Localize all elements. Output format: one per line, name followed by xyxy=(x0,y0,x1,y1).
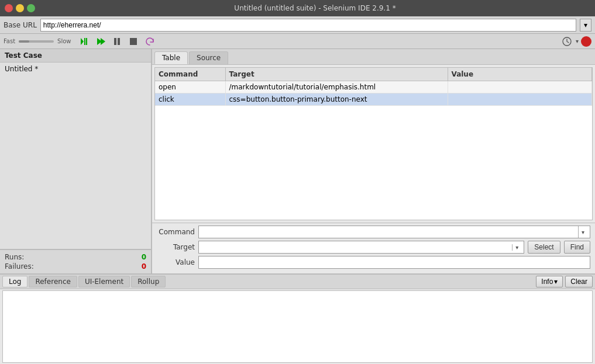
target-input[interactable] xyxy=(201,243,512,251)
bottom-tab-reference[interactable]: Reference xyxy=(29,276,77,287)
main-content: Test Case Untitled * Runs: 0 Failures: 0… xyxy=(0,49,595,273)
runs-row: Runs: 0 xyxy=(5,252,146,262)
failures-label: Failures: xyxy=(5,262,34,271)
test-case-header: Test Case xyxy=(0,49,151,63)
bottom-panel: Log Reference UI-Element Rollup Info ▾ C… xyxy=(0,273,595,364)
stop-button[interactable] xyxy=(126,36,140,47)
baseurl-input[interactable] xyxy=(40,19,576,32)
log-area xyxy=(2,290,593,363)
table-row[interactable]: open/markdowntutorial/tutorial/emphasis.… xyxy=(155,81,592,93)
bottom-tab-rollup[interactable]: Rollup xyxy=(131,276,166,287)
target-dropdown-arrow[interactable]: ▾ xyxy=(512,244,521,251)
command-combo-box[interactable]: ▾ xyxy=(198,226,590,238)
bottom-tab-ui-element[interactable]: UI-Element xyxy=(78,276,130,287)
right-panel: Table Source Command Target Value open/m… xyxy=(152,49,595,273)
baseurl-bar: Base URL ▾ xyxy=(0,16,595,34)
stats-section: Runs: 0 Failures: 0 xyxy=(0,249,151,273)
command-table-wrapper: Command Target Value open/markdowntutori… xyxy=(154,67,593,220)
speed-slider[interactable] xyxy=(19,40,54,43)
rollup-button[interactable] xyxy=(143,36,157,47)
value-input[interactable] xyxy=(198,256,590,269)
command-editor-label: Command xyxy=(157,228,195,236)
runs-label: Runs: xyxy=(5,253,24,261)
baseurl-label: Base URL xyxy=(4,21,37,29)
left-panel: Test Case Untitled * Runs: 0 Failures: 0 xyxy=(0,49,152,273)
command-input[interactable] xyxy=(201,226,578,238)
test-case-list: Untitled * xyxy=(0,63,151,249)
target-editor-label: Target xyxy=(157,243,195,251)
bottom-tab-log[interactable]: Log xyxy=(2,276,27,287)
svg-rect-6 xyxy=(118,38,120,45)
app-body: Base URL ▾ Fast Slow xyxy=(0,16,595,364)
maximize-button[interactable] xyxy=(27,4,35,12)
command-table: Command Target Value open/markdowntutori… xyxy=(155,68,592,106)
cell-target-0[interactable]: /markdowntutorial/tutorial/emphasis.html xyxy=(225,81,448,93)
svg-marker-0 xyxy=(81,38,84,45)
history-dropdown-icon[interactable]: ▾ xyxy=(576,38,579,44)
find-button[interactable]: Find xyxy=(564,241,590,254)
pause-button[interactable] xyxy=(110,36,124,47)
cell-target-1[interactable]: css=button.button-primary.button-next xyxy=(225,93,448,106)
titlebar: Untitled (untitled suite) - Selenium IDE… xyxy=(0,0,595,16)
bottom-tab-bar: Log Reference UI-Element Rollup Info ▾ C… xyxy=(0,275,595,289)
target-row: Target ▾ Select Find xyxy=(157,241,590,254)
svg-rect-7 xyxy=(130,38,137,45)
svg-marker-4 xyxy=(101,38,105,45)
test-case-item[interactable]: Untitled * xyxy=(0,63,151,75)
fast-label: Fast xyxy=(4,38,15,44)
column-header-target: Target xyxy=(225,68,448,81)
value-editor-label: Value xyxy=(157,258,195,266)
cell-command-1[interactable]: click xyxy=(155,93,225,106)
runs-value: 0 xyxy=(142,253,146,261)
dropdown-arrow-icon: ▾ xyxy=(584,21,587,29)
column-header-command: Command xyxy=(155,68,225,81)
table-row[interactable]: clickcss=button.button-primary.button-ne… xyxy=(155,93,592,106)
svg-rect-1 xyxy=(84,38,85,45)
window-title: Untitled (untitled suite) - Selenium IDE… xyxy=(40,4,590,12)
cell-value-0[interactable] xyxy=(448,81,592,93)
toolbar-buttons xyxy=(77,36,157,47)
run-all-button[interactable] xyxy=(77,36,91,47)
svg-rect-5 xyxy=(114,38,116,45)
info-button[interactable]: Info ▾ xyxy=(536,276,563,287)
record-button[interactable] xyxy=(581,36,591,47)
main-tab-bar: Table Source xyxy=(152,49,595,65)
svg-rect-2 xyxy=(86,38,87,45)
column-header-value: Value xyxy=(448,68,592,81)
failures-value: 0 xyxy=(142,262,146,271)
command-combo-arrow[interactable]: ▾ xyxy=(578,226,587,238)
editor-section: Command ▾ Target ▾ Select Find xyxy=(152,223,595,273)
window-controls xyxy=(5,4,35,12)
speed-toolbar-bar: Fast Slow xyxy=(0,34,595,49)
info-arrow-icon: ▾ xyxy=(554,278,558,286)
select-button[interactable]: Select xyxy=(528,241,560,254)
tab-source[interactable]: Source xyxy=(189,51,228,64)
history-button[interactable] xyxy=(560,36,573,47)
toolbar-right: ▾ xyxy=(560,36,591,47)
baseurl-dropdown-btn[interactable]: ▾ xyxy=(580,19,591,32)
close-button[interactable] xyxy=(5,4,13,12)
tab-table[interactable]: Table xyxy=(154,51,188,64)
bottom-right-buttons: Info ▾ Clear xyxy=(536,276,593,287)
run-button[interactable] xyxy=(94,36,108,47)
cell-command-0[interactable]: open xyxy=(155,81,225,93)
slow-label: Slow xyxy=(57,38,71,44)
command-row: Command ▾ xyxy=(157,226,590,238)
failures-row: Failures: 0 xyxy=(5,262,146,271)
value-row: Value xyxy=(157,256,590,269)
cell-value-1[interactable] xyxy=(448,93,592,106)
target-field[interactable]: ▾ xyxy=(198,241,524,254)
clear-button[interactable]: Clear xyxy=(565,276,593,287)
minimize-button[interactable] xyxy=(16,4,24,12)
info-label: Info xyxy=(541,278,553,286)
